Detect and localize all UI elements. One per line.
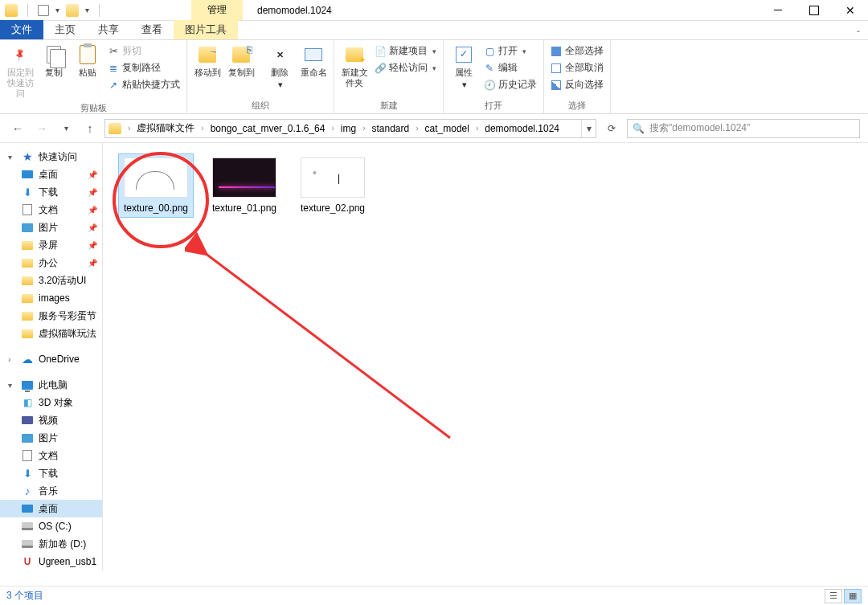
breadcrumb-item[interactable]: standard: [367, 120, 415, 137]
breadcrumb-item[interactable]: 虚拟猫咪文件: [132, 120, 199, 137]
new-folder-icon: [346, 47, 363, 62]
collapse-ribbon-icon[interactable]: ˆ: [857, 30, 860, 39]
nav-onedrive[interactable]: ›☁OneDrive: [0, 350, 102, 368]
doc-icon[interactable]: [38, 5, 49, 16]
paste-button[interactable]: 粘贴: [71, 42, 104, 80]
close-button[interactable]: ✕: [832, 0, 868, 21]
breadcrumb-item[interactable]: bongo_cat_mver_0.1.6_64: [206, 120, 330, 137]
nav-folder-bangong[interactable]: 办公📌: [0, 254, 102, 272]
context-tab-manage: 管理: [191, 0, 243, 20]
nav-folder-fuwuhao[interactable]: 服务号彩蛋节: [0, 307, 102, 325]
file-item[interactable]: texture_02.png: [296, 154, 370, 217]
pin-to-quick-access-button[interactable]: 📌 固定到快速访问: [3, 42, 37, 100]
clipboard-icon: [80, 45, 96, 64]
properties-button[interactable]: 属性▾: [447, 42, 481, 92]
view-details-button[interactable]: ☰: [825, 589, 842, 603]
breadcrumb-item[interactable]: img: [336, 120, 361, 137]
item-count: 3 个项目: [6, 589, 43, 603]
select-all-icon: [551, 47, 561, 56]
nav-quick-access[interactable]: ▾★快速访问: [0, 148, 102, 166]
rename-button[interactable]: 重命名: [297, 42, 330, 80]
nav-drive-c[interactable]: OS (C:): [0, 517, 102, 535]
nav-folder-luping[interactable]: 录屏📌: [0, 236, 102, 254]
recent-dropdown[interactable]: ▾: [56, 119, 76, 138]
tab-view[interactable]: 查看: [130, 20, 174, 39]
group-label: 选择: [547, 98, 607, 113]
file-item[interactable]: texture_00.png: [119, 154, 193, 217]
tab-share[interactable]: 共享: [87, 20, 130, 39]
up-button[interactable]: ↑: [80, 119, 100, 138]
folder-icon[interactable]: [66, 4, 79, 17]
select-none-button[interactable]: 全部取消: [547, 60, 607, 76]
nav-downloads2[interactable]: ⬇下载: [0, 464, 102, 482]
file-thumbnail: [212, 157, 276, 198]
navigation-pane[interactable]: ▾★快速访问 桌面📌 ⬇下载📌 文档📌 图片📌 录屏📌 办公📌 3.20活动UI…: [0, 143, 103, 570]
open-button[interactable]: ▢打开▾: [481, 43, 540, 59]
copy-to-button[interactable]: 复制到: [224, 42, 258, 80]
tab-picture-tools[interactable]: 图片工具: [174, 20, 238, 39]
desktop-icon: [22, 505, 33, 513]
address-bar-row: ← → ▾ ↑ › 虚拟猫咪文件› bongo_cat_mver_0.1.6_6…: [0, 114, 868, 143]
maximize-button[interactable]: [796, 0, 832, 21]
star-icon: ★: [21, 151, 34, 162]
ribbon-group-organize: 移动到 复制到 ✕删除▾ 重命名 组织: [187, 40, 334, 113]
file-thumbnail: [124, 157, 188, 198]
tab-home[interactable]: 主页: [43, 20, 87, 39]
nav-desktop-selected[interactable]: 桌面: [0, 500, 102, 517]
address-bar[interactable]: › 虚拟猫咪文件› bongo_cat_mver_0.1.6_64› img› …: [104, 119, 596, 138]
select-all-button[interactable]: 全部选择: [547, 43, 607, 59]
group-label: 组织: [190, 98, 330, 113]
easy-access-button[interactable]: 🔗轻松访问▾: [371, 60, 440, 76]
cut-button[interactable]: ✂剪切: [104, 43, 183, 59]
history-button[interactable]: 🕘历史记录: [481, 77, 540, 92]
file-item[interactable]: texture_01.png: [207, 154, 281, 217]
nav-folder-huodong[interactable]: 3.20活动UI: [0, 272, 102, 289]
nav-video[interactable]: 视频: [0, 411, 102, 429]
delete-button[interactable]: ✕删除▾: [263, 42, 297, 92]
shortcut-icon: ↗: [108, 80, 119, 91]
path-icon: ≣: [108, 63, 119, 74]
copy-path-button[interactable]: ≣复制路径: [104, 60, 183, 76]
edit-button[interactable]: ✎编辑: [481, 60, 540, 76]
nav-ugreen[interactable]: UUgreen_usb1: [0, 553, 102, 570]
nav-pictures[interactable]: 图片📌: [0, 219, 102, 236]
copy-button[interactable]: 复制: [37, 42, 71, 80]
forward-button[interactable]: →: [32, 119, 51, 138]
nav-drive-d[interactable]: 新加卷 (D:): [0, 535, 102, 553]
nav-music[interactable]: ♪音乐: [0, 482, 102, 500]
nav-3d-objects[interactable]: ◧3D 对象: [0, 394, 102, 411]
tab-file[interactable]: 文件: [0, 20, 43, 39]
nav-desktop[interactable]: 桌面📌: [0, 166, 102, 183]
new-item-button[interactable]: 📄新建项目▾: [371, 43, 440, 59]
view-icons-button[interactable]: ▦: [844, 589, 862, 603]
move-to-icon: [199, 47, 216, 63]
nav-folder-xunimao[interactable]: 虚拟猫咪玩法: [0, 325, 102, 342]
usb-icon: U: [21, 556, 34, 567]
nav-folder-images[interactable]: images: [0, 289, 102, 307]
search-input[interactable]: 🔍 搜索"demomodel.1024": [627, 119, 860, 138]
back-button[interactable]: ←: [8, 119, 27, 138]
drive-icon: [22, 522, 33, 530]
nav-pictures2[interactable]: 图片: [0, 429, 102, 447]
chevron-down-icon[interactable]: ▾: [55, 6, 59, 14]
nav-this-pc[interactable]: ▾此电脑: [0, 376, 102, 394]
new-folder-button[interactable]: 新建文件夹: [338, 42, 371, 90]
address-dropdown[interactable]: ▾: [581, 120, 596, 137]
document-icon: [23, 450, 32, 461]
cloud-icon: ☁: [21, 354, 34, 365]
paste-shortcut-button[interactable]: ↗粘贴快捷方式: [104, 77, 183, 92]
folder-icon[interactable]: [5, 4, 18, 17]
file-pane[interactable]: texture_00.png texture_01.png texture_02…: [103, 143, 868, 586]
nav-documents[interactable]: 文档📌: [0, 201, 102, 219]
breadcrumb-item[interactable]: cat_model: [420, 120, 474, 137]
cube-icon: ◧: [21, 397, 34, 408]
status-bar: 3 个项目 ☰ ▦: [0, 586, 868, 605]
nav-downloads[interactable]: ⬇下载📌: [0, 183, 102, 201]
refresh-button[interactable]: ⟳: [601, 119, 622, 138]
move-to-button[interactable]: 移动到: [190, 42, 224, 80]
nav-documents2[interactable]: 文档: [0, 447, 102, 464]
invert-selection-button[interactable]: 反向选择: [547, 77, 607, 92]
minimize-button[interactable]: [760, 0, 796, 21]
breadcrumb-item[interactable]: demomodel.1024: [480, 120, 564, 137]
delete-icon: ✕: [276, 50, 284, 60]
